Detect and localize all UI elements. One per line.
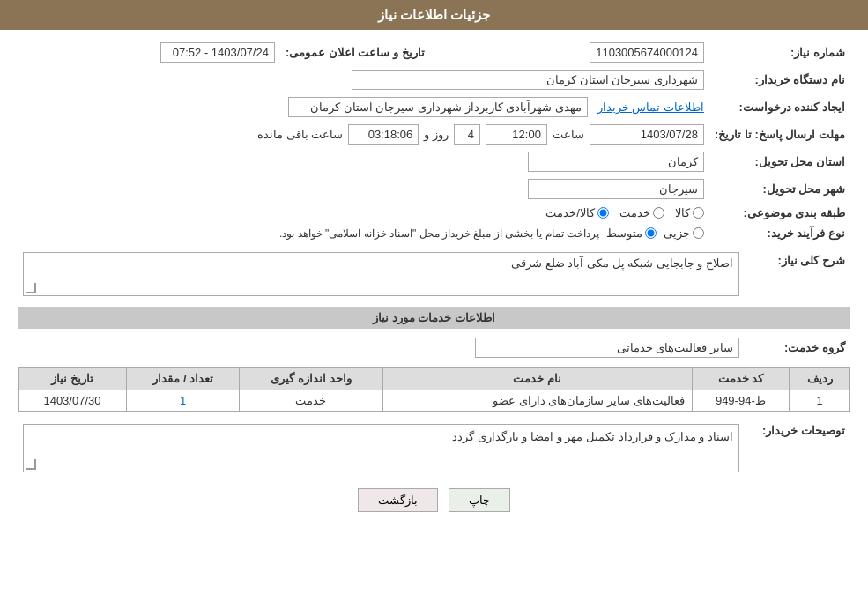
page-wrapper: جزئیات اطلاعات نیاز شماره نیاز: 11030056… [0, 0, 868, 609]
label-kala-khedmat: کالا/خدمت [545, 206, 595, 219]
province-label: استان محل تحویل: [709, 148, 850, 175]
announce-date-box: 1403/07/24 - 07:52 [160, 42, 275, 63]
label-jozi: جزیی [664, 227, 690, 240]
label-khedmat: خدمت [619, 206, 650, 219]
city-box: سیرجان [528, 179, 704, 199]
buyer-resize-handle[interactable] [26, 459, 36, 470]
services-table: ردیف کد خدمت نام خدمت واحد اندازه گیری ت… [18, 367, 850, 412]
cell-code: ط-94-949 [692, 390, 790, 412]
category-option-kala-khedmat[interactable]: کالا/خدمت [545, 206, 609, 219]
need-desc-box: اصلاح و جابجایی شبکه پل مکی آباد ضلع شرق… [23, 252, 739, 296]
deadline-time-label: ساعت [553, 128, 584, 141]
buyer-desc-label: توصیحات خریدار: [745, 419, 850, 476]
need-number-label: شماره نیاز: [709, 39, 850, 66]
content-area: شماره نیاز: 1103005674000124 تاریخ و ساع… [0, 30, 868, 530]
page-header: جزئیات اطلاعات نیاز [0, 0, 868, 30]
creator-box: مهدی شهرآبادی کاربرداز شهرداری سیرجان اس… [288, 97, 588, 117]
radio-motavasset[interactable] [645, 227, 657, 239]
cell-unit: خدمت [240, 390, 382, 412]
buyer-desc-cell: اسناد و مدارک و قرارداد تکمیل مهر و امضا… [18, 419, 745, 476]
category-option-khedmat[interactable]: خدمت [619, 206, 664, 219]
purchase-type-label: نوع فرآیند خرید: [709, 223, 850, 243]
radio-kala-khedmat[interactable] [597, 207, 609, 219]
page-title: جزئیات اطلاعات نیاز [378, 7, 490, 22]
need-number-value: 1103005674000124 [448, 39, 709, 66]
service-group-table: گروه خدمت: سایر فعالیت‌های خدماتی [18, 334, 850, 361]
category-label: طبقه بندی موضوعی: [709, 203, 850, 223]
cell-row: 1 [790, 390, 850, 412]
deadline-label: مهلت ارسال پاسخ: تا تاریخ: [709, 121, 850, 148]
col-header-date: تاریخ نیاز [19, 368, 127, 390]
purchase-option-jozi[interactable]: جزیی [664, 227, 704, 240]
creator-row: اطلاعات تماس خریدار مهدی شهرآبادی کاربرد… [18, 93, 709, 121]
deadline-days-label: روز و [424, 128, 449, 141]
need-number-box: 1103005674000124 [590, 42, 704, 63]
buttons-row: چاپ بازگشت [18, 488, 850, 512]
need-desc-value: اصلاح و جابجایی شبکه پل مکی آباد ضلع شرق… [511, 256, 733, 270]
col-header-unit: واحد اندازه گیری [240, 368, 382, 390]
purchase-option-motavasset[interactable]: متوسط [606, 227, 657, 240]
buyer-desc-box: اسناد و مدارک و قرارداد تکمیل مهر و امضا… [23, 424, 739, 472]
category-row: کالا خدمت کالا/خدمت [18, 203, 709, 223]
resize-handle[interactable] [26, 283, 36, 293]
category-option-kala[interactable]: کالا [675, 206, 704, 219]
creator-label: ایجاد کننده درخواست: [709, 93, 850, 121]
table-row: 1 ط-94-949 فعالیت‌های سایر سازمان‌های دا… [19, 390, 850, 412]
purchase-desc: پرداخت تمام یا بخشی از مبلغ خریداز محل "… [279, 227, 599, 240]
service-group-label: گروه خدمت: [745, 334, 850, 361]
col-header-qty: تعداد / مقدار [126, 368, 240, 390]
province-box: کرمان [528, 152, 704, 172]
col-header-code: کد خدمت [692, 368, 790, 390]
deadline-days-box: 4 [454, 124, 480, 145]
cell-name: فعالیت‌های سایر سازمان‌های دارای عضو [382, 390, 692, 412]
label-motavasset: متوسط [606, 227, 642, 240]
deadline-date-box: 1403/07/28 [590, 124, 704, 145]
back-button[interactable]: بازگشت [358, 488, 438, 512]
service-group-value: سایر فعالیت‌های خدماتی [18, 334, 745, 361]
buyer-desc-table: توصیحات خریدار: اسناد و مدارک و قرارداد … [18, 419, 850, 476]
print-button[interactable]: چاپ [449, 488, 510, 512]
services-section-header: اطلاعات خدمات مورد نیاز [18, 307, 850, 329]
buyer-desc-value: اسناد و مدارک و قرارداد تکمیل مهر و امضا… [452, 430, 733, 443]
city-label: شهر محل تحویل: [709, 175, 850, 203]
buyer-org-box: شهرداری سیرجان استان کرمان [352, 70, 704, 90]
city-value: سیرجان [18, 175, 709, 203]
need-desc-cell: اصلاح و جابجایی شبکه پل مکی آباد ضلع شرق… [18, 249, 745, 300]
col-header-name: نام خدمت [382, 368, 692, 390]
need-desc-label: شرح کلی نیاز: [745, 249, 850, 300]
radio-kala[interactable] [693, 207, 704, 219]
buyer-org-label: نام دستگاه خریدار: [709, 66, 850, 93]
label-kala: کالا [675, 206, 690, 219]
province-value: کرمان [18, 148, 709, 175]
cell-qty: 1 [126, 390, 240, 412]
deadline-remain-box: 03:18:06 [348, 124, 419, 145]
service-group-box: سایر فعالیت‌های خدماتی [475, 338, 739, 358]
cell-date: 1403/07/30 [19, 390, 127, 412]
purchase-type-row: جزیی متوسط پرداخت تمام یا بخشی از مبلغ خ… [18, 223, 709, 243]
buyer-org-value: شهرداری سیرجان استان کرمان [18, 66, 709, 93]
main-info-table: شماره نیاز: 1103005674000124 تاریخ و ساع… [18, 39, 850, 243]
deadline-row: 1403/07/28 ساعت 12:00 4 روز و 03:18:06 س… [18, 121, 709, 148]
announce-date-value: 1403/07/24 - 07:52 [18, 39, 280, 66]
deadline-remain-label: ساعت باقی مانده [257, 128, 343, 141]
creator-link[interactable]: اطلاعات تماس خریدار [597, 100, 704, 114]
need-desc-table: شرح کلی نیاز: اصلاح و جابجایی شبکه پل مک… [18, 249, 850, 300]
col-header-row: ردیف [790, 368, 850, 390]
deadline-time-box: 12:00 [486, 124, 547, 145]
radio-khedmat[interactable] [653, 207, 664, 219]
announce-date-label: تاریخ و ساعت اعلان عمومی: [280, 39, 430, 66]
radio-jozi[interactable] [693, 227, 704, 239]
